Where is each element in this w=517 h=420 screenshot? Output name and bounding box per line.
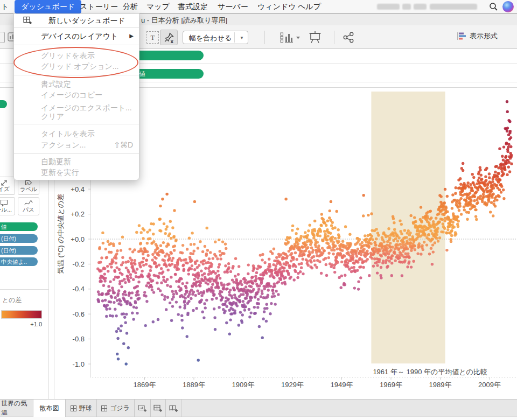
- menubar-item-window[interactable]: ウィンドウ: [257, 0, 296, 13]
- marks-path-button[interactable]: パス: [18, 197, 39, 215]
- y-tick-label: -1.0: [73, 360, 85, 368]
- marks-pill-date-2[interactable]: (日付): [0, 246, 38, 255]
- y-tick-label: -0.8: [73, 335, 85, 343]
- dashboard-tab-icon: [71, 405, 76, 411]
- menubar-item-help[interactable]: ヘルプ: [298, 0, 321, 13]
- menubar-item-server[interactable]: サーバー: [218, 0, 248, 13]
- new-worksheet-button[interactable]: [135, 400, 151, 417]
- menubar-item-story[interactable]: ストーリー: [80, 0, 118, 13]
- y-axis-title: 気温 (°C) の中央値との差: [57, 194, 65, 274]
- marks-pill-date-1[interactable]: (日付): [0, 234, 38, 243]
- tab-world-temperature[interactable]: 世界の気温: [0, 400, 33, 417]
- menu-item-label: デバイスのレイアウト: [41, 32, 118, 40]
- presentation-mode-button[interactable]: [308, 30, 323, 45]
- menu-item-auto-update: 自動更新: [14, 156, 139, 167]
- fit-width-value: 幅を合わせる: [189, 33, 232, 43]
- menu-item-device-layout[interactable]: デバイスのレイアウト ▶: [14, 31, 139, 41]
- y-tick-label: -0.4: [73, 285, 85, 293]
- show-me-toggle-button[interactable]: 表示形式: [457, 31, 498, 41]
- marks-pill-measure[interactable]: 値: [0, 222, 38, 231]
- window-title: u - 日本分析 [読み取り専用]: [141, 16, 227, 25]
- new-story-button[interactable]: [166, 400, 181, 417]
- marks-size-button[interactable]: イズ: [0, 177, 15, 195]
- menu-item-label: 書式設定: [41, 80, 71, 88]
- dashboard-menu-dropdown: 新しいダッシュボード デバイスのレイアウト ▶ グリッドを表示 グリッド オプシ…: [13, 13, 139, 180]
- y-tick-label: -0.2: [73, 260, 85, 268]
- menu-item-label: 自動更新: [41, 157, 71, 166]
- toolbar-separator: [334, 31, 334, 44]
- show-cards-button[interactable]: [278, 30, 304, 44]
- share-icon: [343, 31, 355, 44]
- x-tick-label: 1869年: [134, 381, 156, 389]
- x-tick-label: 2009年: [478, 381, 501, 389]
- tab-scatter[interactable]: 散布図: [33, 400, 66, 417]
- color-legend-gradient[interactable]: [1, 310, 42, 319]
- redacted-status-text: [430, 4, 477, 10]
- annotation-ellipse: [13, 47, 138, 78]
- card-border: [48, 178, 49, 399]
- application-window: +1.0+0.8+0.6+0.4+0.2+0.0-0.2-0.4-0.6-0.8…: [0, 0, 517, 420]
- tab-label: ゴジラ: [110, 404, 130, 413]
- y-tick-label: +0.0: [71, 235, 85, 243]
- macos-menubar: ト ダッシュボード ストーリー 分析 マップ 書式設定 サーバー ウィンドウ ヘ…: [0, 0, 517, 14]
- menu-item-format: 書式設定: [14, 79, 139, 89]
- x-tick-label: 1909年: [232, 381, 255, 389]
- redacted-status-text: [414, 4, 427, 10]
- x-tick-label: 1989年: [429, 381, 452, 389]
- pill-label: (日付): [1, 247, 16, 255]
- menubar-item-map[interactable]: マップ: [146, 0, 170, 13]
- tab-label: 世界の気温: [1, 399, 33, 417]
- menu-item-label: イメージのコピー: [41, 90, 102, 99]
- band-annotation: 1961 年～ 1990 年の平均値との比較: [373, 368, 487, 376]
- share-button[interactable]: [341, 30, 355, 44]
- tab-baseball[interactable]: 野球: [66, 400, 97, 417]
- fit-width-dropdown[interactable]: 幅を合わせる ▼: [183, 31, 248, 44]
- filter-pill-fragment[interactable]: [0, 100, 7, 108]
- menu-separator: [14, 124, 139, 124]
- y-tick-label: +0.4: [71, 185, 85, 193]
- menubar-item-format[interactable]: 書式設定: [178, 0, 208, 13]
- tab-godzilla[interactable]: ゴジラ: [97, 400, 135, 417]
- tab-label: 野球: [79, 404, 92, 413]
- cards-chart-icon: [280, 31, 302, 44]
- menubar-item-overflow[interactable]: ト: [1, 0, 9, 13]
- toolbar-button-fragment[interactable]: [0, 32, 5, 43]
- svg-text:x: x: [170, 38, 173, 43]
- new-story-icon: [169, 404, 178, 412]
- marks-button-label: イズ: [0, 186, 15, 193]
- text-object-button[interactable]: T: [146, 31, 159, 44]
- svg-text:A: A: [26, 181, 29, 185]
- siri-icon[interactable]: [502, 1, 514, 12]
- tab-label: 散布図: [40, 404, 59, 413]
- menubar-item-dashboard[interactable]: ダッシュボード: [15, 0, 81, 13]
- new-dashboard-icon: [23, 16, 32, 27]
- menu-separator: [14, 45, 139, 45]
- pin-x-icon: x: [163, 32, 175, 44]
- menu-item-run-update: 更新を実行: [14, 167, 139, 178]
- new-dashboard-button[interactable]: [151, 400, 166, 417]
- rows-pill-label: 値: [139, 70, 145, 78]
- spotlight-search-icon[interactable]: [489, 2, 498, 13]
- submenu-arrow-icon: ▶: [129, 31, 134, 41]
- status-strip: [0, 416, 517, 420]
- marks-tooltip-button[interactable]: ール...: [0, 197, 15, 215]
- marks-pill-median[interactable]: 中央値よ..: [0, 257, 38, 266]
- new-dashboard-icon: [153, 404, 163, 412]
- pill-label: 値: [1, 223, 7, 231]
- menubar-item-analysis[interactable]: 分析: [123, 0, 138, 13]
- legend-title: との差: [2, 296, 22, 305]
- show-me-label: 表示形式: [470, 31, 498, 41]
- highlight-pin-button[interactable]: x: [160, 30, 178, 45]
- pill-label: 中央値よ..: [1, 258, 27, 266]
- x-tick-label: 1949年: [331, 381, 353, 389]
- menu-item-new-dashboard[interactable]: 新しいダッシュボード: [14, 15, 139, 26]
- pill-label: (日付): [1, 235, 16, 243]
- menu-item-copy-image: イメージのコピー: [14, 89, 139, 100]
- text-object-icon: T: [151, 33, 155, 42]
- card-divider: [0, 289, 48, 290]
- menu-item-label: 新しいダッシュボード: [48, 16, 125, 25]
- dropdown-divider: [234, 32, 235, 43]
- y-tick-label: +0.2: [71, 210, 85, 218]
- data-points[interactable]: [96, 100, 513, 366]
- menu-item-label: 更新を実行: [41, 168, 79, 177]
